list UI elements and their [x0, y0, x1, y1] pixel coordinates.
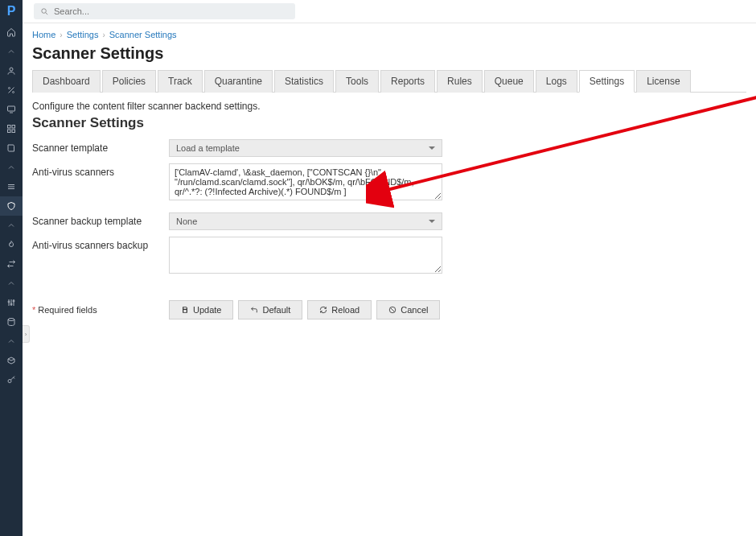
sidebar-chevron[interactable] — [0, 42, 23, 61]
logo: P — [0, 0, 23, 23]
caret-down-icon — [429, 146, 435, 150]
tab-reports[interactable]: Reports — [380, 70, 435, 93]
reload-button[interactable]: Reload — [307, 300, 372, 320]
label-scanner-template: Scanner template — [32, 139, 169, 154]
cancel-icon — [388, 306, 396, 314]
sidebar-chevron-5[interactable] — [0, 332, 23, 351]
tab-rules[interactable]: Rules — [437, 70, 483, 93]
svg-point-3 — [13, 92, 14, 93]
sidebar-item-db[interactable] — [0, 312, 23, 332]
tab-settings[interactable]: Settings — [579, 70, 635, 93]
main: Home › Settings › Scanner Settings Scann… — [23, 0, 756, 536]
breadcrumb: Home › Settings › Scanner Settings — [32, 23, 746, 43]
svg-point-0 — [10, 68, 13, 71]
label-av-scanners: Anti-virus scanners — [32, 163, 169, 178]
cancel-button[interactable]: Cancel — [376, 300, 440, 320]
sidebar-item-user[interactable] — [0, 61, 23, 80]
svg-line-1 — [9, 88, 14, 93]
sidebar-item-monitor[interactable] — [0, 100, 23, 119]
sidebar-chevron-4[interactable] — [0, 274, 23, 293]
select-backup-template-value: None — [176, 216, 197, 226]
sidebar-item-percent[interactable] — [0, 80, 23, 100]
search-input-wrap[interactable] — [34, 3, 295, 19]
svg-point-2 — [9, 88, 10, 89]
sidebar-chevron-2[interactable] — [0, 158, 23, 177]
svg-point-25 — [42, 8, 47, 13]
breadcrumb-home[interactable]: Home — [32, 30, 55, 39]
label-backup-template: Scanner backup template — [32, 212, 169, 227]
save-icon — [181, 306, 189, 314]
textarea-av-backup[interactable] — [169, 237, 442, 274]
page-title: Scanner Settings — [32, 44, 746, 63]
breadcrumb-scanner[interactable]: Scanner Settings — [109, 30, 177, 39]
label-av-backup: Anti-virus scanners backup — [32, 237, 169, 251]
breadcrumb-sep: › — [60, 31, 62, 39]
sidebar-item-book[interactable] — [0, 138, 23, 158]
required-note: *Required fields — [32, 305, 169, 315]
tab-track[interactable]: Track — [158, 70, 203, 93]
caret-down-icon — [429, 220, 435, 223]
sidebar-item-home[interactable] — [0, 23, 23, 42]
reload-icon — [319, 306, 327, 314]
svg-point-22 — [8, 380, 11, 383]
svg-point-21 — [8, 319, 14, 321]
search-icon — [40, 7, 49, 16]
tab-queue[interactable]: Queue — [484, 70, 534, 93]
default-button[interactable]: Default — [238, 300, 302, 320]
sidebar-item-flame[interactable] — [0, 235, 23, 254]
svg-line-28 — [391, 308, 395, 312]
sidebar-item-sliders[interactable] — [0, 293, 23, 312]
select-scanner-template[interactable]: Load a template — [169, 139, 442, 157]
svg-rect-9 — [12, 130, 15, 133]
sidebar-item-exchange[interactable] — [0, 254, 23, 274]
svg-rect-4 — [8, 106, 15, 111]
sidebar-item-grid[interactable] — [0, 119, 23, 138]
update-button[interactable]: Update — [169, 300, 233, 320]
select-scanner-template-value: Load a template — [176, 143, 240, 153]
svg-line-26 — [46, 12, 48, 14]
sidebar-item-shield[interactable] — [0, 196, 23, 216]
tab-tools[interactable]: Tools — [335, 70, 379, 93]
sidebar-expand-toggle[interactable]: › — [23, 325, 30, 343]
search-input[interactable] — [54, 6, 289, 16]
svg-rect-7 — [12, 126, 15, 129]
sidebar-item-box[interactable] — [0, 351, 23, 370]
tabs: DashboardPoliciesTrackQuarantineStatisti… — [32, 69, 746, 93]
select-backup-template[interactable]: None — [169, 212, 442, 230]
topbar — [23, 0, 756, 23]
svg-rect-6 — [8, 126, 11, 129]
section-title: Scanner Settings — [32, 115, 746, 131]
tab-license[interactable]: License — [636, 70, 690, 93]
textarea-av-scanners[interactable] — [169, 163, 442, 200]
svg-line-24 — [14, 377, 15, 379]
content: Home › Settings › Scanner Settings Scann… — [23, 23, 756, 336]
breadcrumb-settings[interactable]: Settings — [67, 30, 99, 39]
tab-quarantine[interactable]: Quarantine — [204, 70, 273, 93]
tab-policies[interactable]: Policies — [102, 70, 156, 93]
sidebar: P — [0, 0, 23, 536]
tab-description: Configure the content filter scanner bac… — [32, 101, 746, 112]
tab-dashboard[interactable]: Dashboard — [32, 70, 101, 93]
breadcrumb-sep: › — [102, 31, 105, 39]
svg-rect-8 — [8, 130, 11, 133]
sidebar-item-bars[interactable] — [0, 177, 23, 196]
sidebar-item-key[interactable] — [0, 370, 23, 390]
sidebar-chevron-3[interactable] — [0, 216, 23, 235]
undo-icon — [250, 306, 258, 314]
tab-logs[interactable]: Logs — [536, 70, 577, 93]
tab-statistics[interactable]: Statistics — [274, 70, 334, 93]
